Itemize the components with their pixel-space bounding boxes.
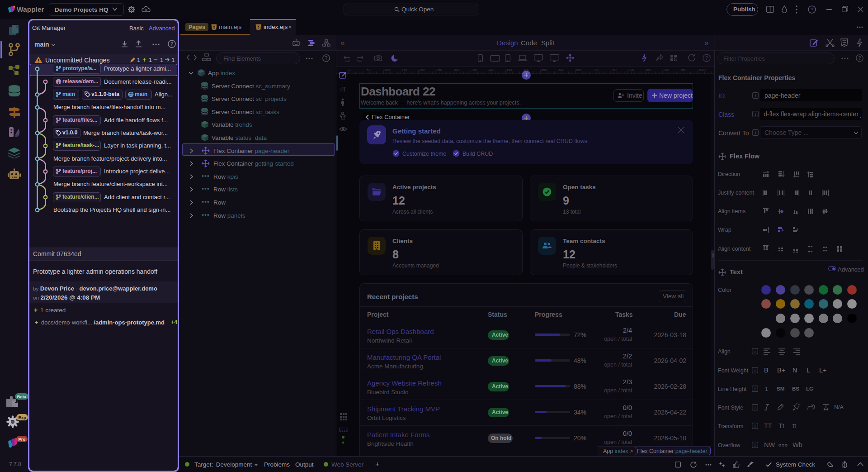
svg-text:i: i [755,112,756,117]
svg-text:i: i [755,94,756,98]
svg-text:5: 5 [258,26,259,29]
svg-text:5: 5 [213,26,215,29]
svg-text:i: i [755,349,756,354]
svg-text:i: i [755,443,756,448]
svg-text:?: ? [811,7,813,12]
svg-text:i: i [755,368,756,373]
svg-text:?: ? [859,55,861,61]
svg-text:i: i [755,387,756,391]
svg-text:i: i [755,131,756,135]
svg-text:T: T [342,86,346,92]
svg-text:i: i [755,424,756,429]
svg-text:i: i [755,405,756,410]
svg-text:?: ? [705,55,708,61]
svg-text:?: ? [325,55,328,61]
